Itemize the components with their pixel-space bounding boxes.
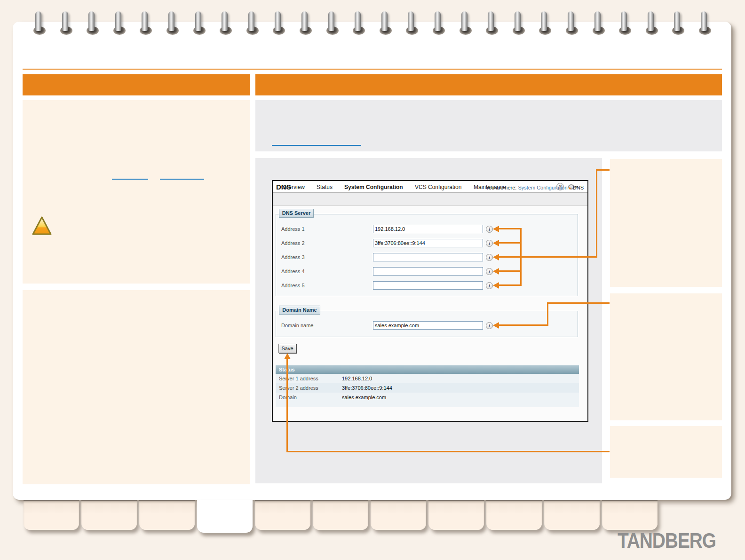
ring-wire [35, 11, 41, 31]
index-tab-6[interactable] [313, 500, 368, 530]
status-value: 3ffe:3706:80ee::9:144 [342, 383, 392, 393]
callout-box-save [610, 426, 722, 478]
address2-info-icon[interactable]: i [486, 240, 493, 247]
status-label: Server 2 address [279, 383, 318, 393]
index-tab-3[interactable] [139, 500, 195, 530]
callout-line [498, 228, 522, 229]
page-title: DNS [276, 183, 291, 191]
admin-titlebar [273, 193, 587, 206]
ring-wire [248, 11, 254, 31]
header-rule [23, 69, 722, 70]
dns-server-legend: DNS Server [279, 209, 314, 218]
binder-ring [79, 10, 106, 35]
index-tab-active[interactable] [197, 500, 253, 533]
binder-ring [106, 10, 133, 35]
header-bar-right [255, 74, 722, 95]
left-panel-top [23, 100, 250, 284]
address3-label: Address 3 [281, 254, 305, 260]
status-header: Status [276, 365, 579, 374]
domain-info-icon[interactable]: i [486, 322, 493, 329]
ring-wire [621, 11, 627, 31]
address4-info-icon[interactable]: i [486, 268, 493, 275]
status-value: sales.example.com [342, 393, 386, 402]
domain-name-legend: Domain Name [279, 306, 320, 315]
ring-wire [568, 11, 574, 31]
callout-arrowhead [493, 254, 499, 260]
menu-status[interactable]: Status [317, 184, 333, 190]
breadcrumb-section-link[interactable]: System Configuration [518, 185, 567, 190]
binder-ring [159, 10, 186, 35]
status-row-server1: Server 1 address 192.168.12.0 [276, 374, 579, 383]
callout-line [286, 358, 288, 452]
index-tab-9[interactable] [486, 500, 542, 530]
callout-line [547, 302, 610, 304]
warning-icon [31, 215, 53, 237]
ring-wire [301, 11, 308, 31]
address4-input[interactable] [373, 267, 483, 276]
index-tab-8[interactable] [428, 500, 484, 530]
binder-ring [612, 10, 638, 35]
menu-vcs-configuration[interactable]: VCS Configuration [415, 184, 461, 190]
callout-line [498, 256, 597, 258]
breadcrumb-separator-icon: ▸ [569, 185, 571, 190]
ring-wire [701, 11, 707, 31]
ring-wire [355, 11, 361, 31]
address3-info-icon[interactable]: i [486, 254, 493, 261]
callout-line [498, 242, 522, 244]
ring-wire [88, 11, 95, 31]
address2-label: Address 2 [281, 240, 305, 246]
callout-arrowhead [493, 240, 499, 246]
address1-input[interactable] [373, 225, 483, 233]
callout-arrowhead [493, 282, 499, 289]
binder-ring [26, 10, 53, 35]
callout-line [596, 169, 610, 171]
binder-ring [346, 10, 372, 35]
binder-ring [586, 10, 612, 35]
address5-info-icon[interactable]: i [486, 282, 493, 289]
binder-ring [426, 10, 452, 35]
breadcrumb: You are here: System Configuration ▸ DNS [486, 185, 584, 190]
binder-ring [186, 10, 213, 35]
document-canvas: Overview Status System Configuration VCS… [0, 0, 745, 560]
binder-ring [133, 10, 159, 35]
breadcrumb-prefix: You are here: [486, 185, 517, 190]
index-tab-11[interactable] [602, 500, 658, 530]
ring-wire [488, 11, 494, 31]
ring-wire [594, 11, 601, 31]
menu-system-configuration[interactable]: System Configuration [344, 184, 403, 190]
tandberg-logo: TANDBERG [618, 529, 716, 553]
index-tab-2[interactable] [81, 500, 137, 530]
ring-wire [408, 11, 414, 31]
ring-wire [461, 11, 468, 31]
ring-wire [328, 11, 334, 31]
address3-input[interactable] [373, 253, 483, 261]
ring-wire [541, 11, 547, 31]
ring-wire [674, 11, 680, 31]
binder-ring [53, 10, 79, 35]
intro-link[interactable] [272, 145, 361, 146]
ring-wire [275, 11, 281, 31]
callout-line [498, 270, 522, 272]
ring-wire [115, 11, 121, 31]
callout-arrowhead [493, 226, 499, 232]
index-tab-10[interactable] [544, 500, 600, 530]
binder-ring [266, 10, 292, 35]
status-value: 192.168.12.0 [342, 374, 372, 383]
domain-name-input[interactable] [373, 321, 483, 330]
index-tab-5[interactable] [255, 500, 310, 530]
address2-input[interactable] [373, 239, 483, 247]
binder-ring [479, 10, 505, 35]
binder-ring [372, 10, 399, 35]
intro-block [255, 100, 722, 151]
left-panel-bottom [23, 290, 250, 484]
index-tab-7[interactable] [371, 500, 426, 530]
index-tab-1[interactable] [24, 500, 79, 530]
left-panel-link-2[interactable] [160, 179, 204, 180]
save-button[interactable]: Save [278, 344, 296, 353]
header-bar-left [23, 74, 250, 95]
left-panel-link-1[interactable] [112, 179, 148, 180]
address1-info-icon[interactable]: i [486, 226, 493, 233]
ring-wire [435, 11, 441, 31]
address5-input[interactable] [373, 281, 483, 290]
binder-ring [692, 10, 718, 35]
